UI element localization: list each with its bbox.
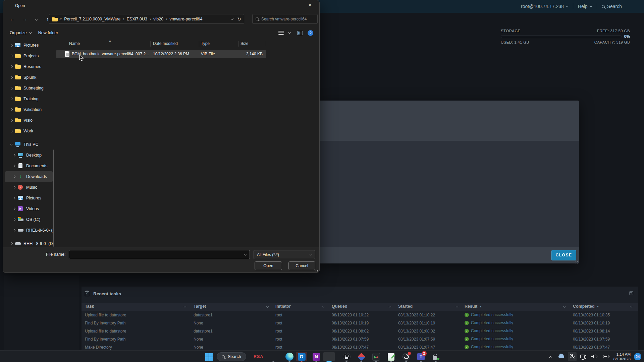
breadcrumb-segment[interactable]: Perccli_7.2110.0000_VMWare — [64, 17, 120, 21]
sidebar-item-pictures[interactable]: Pictures — [3, 40, 54, 51]
chevron-right-icon[interactable] — [13, 186, 15, 189]
sidebar-item-work[interactable]: Work — [3, 126, 54, 136]
chevron-right-icon[interactable] — [10, 87, 13, 89]
taskbar-terminal-icon[interactable] — [370, 352, 382, 361]
task-result[interactable]: ✓Completed successfully — [465, 345, 513, 349]
chevron-right-icon[interactable] — [13, 218, 15, 221]
microphone-muted-icon[interactable] — [568, 352, 577, 361]
task-result[interactable]: ✓Completed successfully — [465, 320, 513, 325]
new-folder-button[interactable]: New folder — [38, 31, 58, 35]
breadcrumb-segment[interactable]: vib20 — [153, 17, 163, 21]
column-filter-chevron-icon[interactable] — [266, 305, 269, 308]
cancel-button[interactable]: Cancel — [288, 261, 315, 270]
file-row[interactable]: BCM_bootbank_vmware-perccli64_007.2... 1… — [56, 50, 266, 58]
task-result[interactable]: ✓Completed successfully — [465, 312, 513, 317]
chevron-down-icon[interactable] — [244, 253, 247, 255]
sidebar-item-pictures[interactable]: Pictures — [3, 193, 54, 203]
taskbar-start-icon[interactable] — [203, 352, 214, 361]
column-filter-chevron-icon[interactable] — [630, 305, 632, 308]
recent-locations-button[interactable] — [31, 16, 41, 22]
taskbar-edge-icon[interactable] — [284, 352, 295, 361]
taskbar-teams-icon[interactable]: 2 — [415, 352, 427, 361]
breadcrumb-segment[interactable]: vmware-perccli64 — [169, 17, 202, 21]
onedrive-icon[interactable] — [557, 352, 566, 361]
search-input[interactable] — [261, 17, 312, 21]
chevron-right-icon[interactable] — [10, 242, 13, 245]
taskbar-outlook-icon[interactable] — [296, 352, 307, 361]
column-header-name[interactable]: Name — [69, 41, 80, 46]
chevron-right-icon[interactable] — [10, 44, 13, 47]
view-mode-chevron-icon[interactable] — [288, 31, 291, 34]
chevron-right-icon[interactable] — [13, 229, 15, 232]
sidebar-item-resumes[interactable]: Resumes — [3, 61, 54, 72]
taskbar-file-explorer-icon[interactable] — [268, 352, 279, 361]
column-divider[interactable] — [150, 41, 151, 47]
file-type-select[interactable]: All Files (*.*) — [254, 250, 315, 259]
tasks-column-header-task[interactable]: Task — [85, 304, 94, 309]
open-button[interactable]: Open — [255, 261, 282, 270]
chevron-right-icon[interactable] — [10, 119, 13, 122]
chevron-right-icon[interactable] — [13, 175, 15, 178]
column-filter-chevron-icon[interactable] — [563, 305, 566, 308]
taskbar-transfer-icon[interactable] — [430, 352, 441, 361]
chevron-right-icon[interactable] — [13, 207, 15, 210]
refresh-icon[interactable]: ↻ — [237, 16, 241, 22]
taskbar-search[interactable]: Search — [217, 352, 246, 361]
taskbar-editor-icon[interactable] — [385, 352, 397, 361]
task-row[interactable]: Upload file to datastoredatastore1root08… — [82, 327, 638, 335]
column-filter-chevron-icon[interactable] — [322, 305, 324, 308]
chevron-right-icon[interactable] — [13, 197, 15, 199]
tasks-column-header-started[interactable]: Started — [398, 304, 413, 309]
taskbar-obs-icon[interactable] — [400, 352, 412, 361]
tray-chevron-up-icon[interactable] — [546, 352, 555, 361]
chevron-right-icon[interactable] — [10, 76, 13, 79]
notification-badge[interactable]: 24 — [634, 353, 641, 360]
sidebar-scrollbar[interactable] — [53, 149, 54, 247]
close-button[interactable]: CLOSE — [551, 250, 576, 260]
column-header-size[interactable]: Size — [240, 41, 248, 46]
sidebar-item-this-pc[interactable]: This PC — [3, 139, 54, 150]
taskbar-rsa-icon[interactable]: RSA — [254, 354, 263, 359]
taskbar-onenote-icon[interactable] — [311, 352, 322, 361]
dialog-search-box[interactable] — [252, 14, 318, 24]
taskbar-security-icon[interactable] — [356, 352, 367, 361]
tasks-expand-icon[interactable] — [629, 291, 633, 295]
breadcrumb-segment[interactable]: ESXi7.0U3 — [127, 17, 147, 21]
chevron-right-icon[interactable] — [13, 165, 15, 167]
sidebar-item-visio[interactable]: Visio — [3, 115, 54, 126]
forward-button[interactable]: → — [20, 16, 30, 22]
sidebar-item-os-c-[interactable]: OS (C:) — [3, 214, 54, 225]
taskbar-chrome-icon[interactable] — [323, 352, 335, 361]
chevron-right-icon[interactable] — [10, 55, 13, 57]
sidebar-item-desktop[interactable]: Desktop — [3, 150, 54, 161]
sidebar-item-validation[interactable]: Validation — [3, 104, 54, 115]
column-header-date[interactable]: Date modified — [153, 41, 178, 46]
task-row[interactable]: Find By Inventory PathNoneroot08/13/2023… — [82, 335, 638, 343]
sidebar-item-subnetting[interactable]: Subnetting — [3, 83, 54, 94]
chevron-right-icon[interactable] — [10, 65, 13, 68]
tasks-column-header-target[interactable]: Target — [194, 304, 206, 309]
sidebar-item-downloads[interactable]: Downloads — [5, 171, 53, 182]
task-row[interactable]: Find By Inventory PathNoneroot08/13/2023… — [82, 319, 638, 327]
column-divider[interactable] — [265, 41, 265, 47]
chevron-down-icon[interactable] — [231, 17, 233, 20]
task-result[interactable]: ✓Completed successfully — [465, 337, 513, 341]
resize-grip-icon[interactable] — [577, 261, 578, 262]
tasks-column-header-queued[interactable]: Queued — [332, 304, 347, 309]
file-name-input[interactable] — [69, 252, 244, 257]
resize-grip-icon[interactable] — [317, 270, 318, 271]
chevron-down-icon[interactable] — [10, 142, 13, 145]
tray-clock[interactable]: 1:14 AM 8/13/2023 — [612, 352, 632, 361]
tasks-column-header-completed[interactable]: Completed▼ — [573, 304, 599, 309]
chevron-right-icon[interactable] — [13, 154, 15, 157]
tasks-column-header-initiator[interactable]: Initiator — [275, 304, 291, 309]
column-divider[interactable] — [199, 41, 199, 47]
display-icon[interactable] — [579, 352, 587, 361]
task-row[interactable]: Upload file to datastoredatastore1root08… — [82, 311, 638, 319]
battery-icon[interactable] — [601, 352, 610, 361]
back-button[interactable]: ← — [7, 16, 17, 22]
sidebar-item-splunk[interactable]: Splunk — [3, 72, 54, 83]
sidebar-item-projects[interactable]: Projects — [3, 51, 54, 61]
sidebar-item-rhel-8-6-0-d[interactable]: RHEL-8-6-0- (D — [3, 225, 54, 236]
organize-menu[interactable]: Organize — [10, 31, 32, 35]
